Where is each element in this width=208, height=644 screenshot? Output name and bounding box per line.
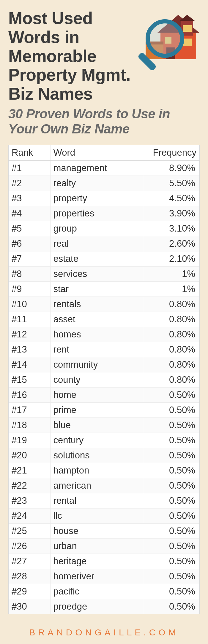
table-row: #23rental0.50% [9,493,199,508]
cell-rank: #19 [9,433,50,448]
header-rank: Rank [9,145,50,161]
svg-rect-8 [183,25,192,32]
cell-frequency: 0.50% [144,539,199,554]
cell-frequency: 0.50% [144,508,199,524]
cell-frequency: 0.50% [144,388,199,403]
cell-frequency: 0.80% [144,297,199,312]
cell-rank: #17 [9,403,50,418]
cell-rank: #18 [9,418,50,433]
cell-word: homes [50,327,144,342]
table-header-row: Rank Word Frequency [9,145,199,161]
cell-word: solutions [50,448,144,463]
cell-word: rentals [50,297,144,312]
cell-frequency: 0.50% [144,493,199,508]
table-row: #28homeriver0.50% [9,569,199,584]
cell-word: realty [50,176,144,191]
table-row: #15county0.80% [9,372,199,388]
cell-frequency: 2.10% [144,251,199,267]
cell-word: services [50,267,144,282]
house-magnifier-icon [137,6,202,71]
cell-rank: #23 [9,493,50,508]
table-row: #30proedge0.50% [9,599,199,614]
cell-frequency: 0.80% [144,327,199,342]
cell-rank: #9 [9,282,50,297]
cell-frequency: 1% [144,267,199,282]
table-row: #9star1% [9,282,199,297]
cell-frequency: 3.10% [144,221,199,236]
cell-rank: #11 [9,312,50,327]
cell-rank: #22 [9,478,50,493]
cell-word: homeriver [50,569,144,584]
cell-word: star [50,282,144,297]
header-frequency: Frequency [144,145,199,161]
cell-word: community [50,357,144,372]
cell-word: asset [50,312,144,327]
cell-rank: #27 [9,554,50,569]
table-row: #11asset0.80% [9,312,199,327]
table-row: #12homes0.80% [9,327,199,342]
cell-word: real [50,236,144,251]
cell-rank: #5 [9,221,50,236]
cell-rank: #26 [9,539,50,554]
cell-rank: #15 [9,372,50,388]
cell-frequency: 0.50% [144,448,199,463]
cell-rank: #20 [9,448,50,463]
cell-word: rent [50,342,144,357]
svg-point-10 [148,21,182,56]
footer-brand: BRANDONGAILLE.COM [0,627,208,637]
cell-rank: #14 [9,357,50,372]
word-frequency-table: Rank Word Frequency #1management8.90%#2r… [8,145,200,614]
cell-rank: #8 [9,267,50,282]
cell-frequency: 4.50% [144,191,199,206]
cell-rank: #10 [9,297,50,312]
cell-frequency: 0.50% [144,403,199,418]
cell-rank: #13 [9,342,50,357]
cell-word: pacific [50,584,144,599]
cell-word: proedge [50,599,144,614]
cell-word: home [50,388,144,403]
cell-word: property [50,191,144,206]
table-row: #14community0.80% [9,357,199,372]
table-row: #18blue0.50% [9,418,199,433]
table-row: #25house0.50% [9,524,199,539]
cell-rank: #29 [9,584,50,599]
cell-word: estate [50,251,144,267]
cell-word: house [50,524,144,539]
cell-rank: #25 [9,524,50,539]
table-row: #16home0.50% [9,388,199,403]
table-row: #27heritage0.50% [9,554,199,569]
cell-word: properties [50,206,144,221]
table-row: #6real2.60% [9,236,199,251]
cell-frequency: 0.50% [144,599,199,614]
cell-word: rental [50,493,144,508]
cell-frequency: 0.50% [144,478,199,493]
cell-rank: #7 [9,251,50,267]
page-subtitle: 30 Proven Words to Use in Your Own Biz N… [8,106,200,136]
cell-rank: #12 [9,327,50,342]
table-row: #1management8.90% [9,161,199,176]
cell-frequency: 0.50% [144,554,199,569]
cell-word: american [50,478,144,493]
table-row: #19century0.50% [9,433,199,448]
cell-frequency: 0.80% [144,372,199,388]
cell-frequency: 0.80% [144,342,199,357]
cell-frequency: 0.50% [144,418,199,433]
table-row: #22american0.50% [9,478,199,493]
cell-rank: #24 [9,508,50,524]
cell-word: blue [50,418,144,433]
table-row: #26urban0.50% [9,539,199,554]
table-row: #7estate2.10% [9,251,199,267]
cell-frequency: 0.50% [144,584,199,599]
cell-frequency: 5.50% [144,176,199,191]
table-row: #2realty5.50% [9,176,199,191]
cell-word: urban [50,539,144,554]
svg-marker-5 [180,15,195,21]
cell-word: heritage [50,554,144,569]
cell-frequency: 2.60% [144,236,199,251]
table-row: #4properties3.90% [9,206,199,221]
cell-word: hampton [50,463,144,478]
cell-rank: #1 [9,161,50,176]
cell-word: century [50,433,144,448]
cell-frequency: 0.50% [144,524,199,539]
cell-rank: #2 [9,176,50,191]
